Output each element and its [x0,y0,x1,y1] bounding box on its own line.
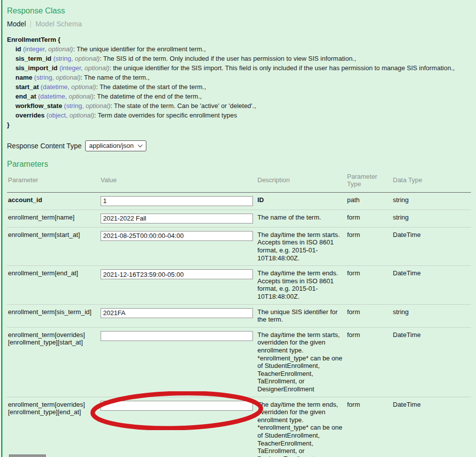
api-operation-panel: Response Class Model Model Schema Enroll… [1,0,476,457]
response-content-type-label: Response Content Type [7,142,82,150]
value-cell [100,304,256,327]
column-header-parameter-type: Parameter Type [346,172,392,192]
parameter-type: form [346,266,392,304]
model-property: workflow_state (string, optional): The s… [15,101,471,111]
parameter-description: The day/time the term starts. Accepts ti… [256,227,346,265]
value-cell [100,210,256,227]
column-header-value: Value [100,172,256,192]
response-content-type-select[interactable]: application/json [85,140,146,151]
value-input-wrap [101,401,253,411]
parameter-name: enrollment_term[end_at] [7,266,100,304]
parameters-table: Parameter Value Description Parameter Ty… [7,172,471,457]
parameter-value-input[interactable] [101,331,253,341]
parameter-type: form [346,304,392,327]
chevron-down-icon [137,142,142,147]
table-row: account_id ID path string [7,192,471,210]
value-cell [100,397,256,457]
model-property: sis_term_id (string, optional): The SIS … [15,54,471,63]
model-property: overrides (object, optional): Term date … [15,111,471,120]
data-type: DateTime [392,227,471,265]
parameter-value-input[interactable] [101,401,253,411]
value-input-wrap [101,231,253,241]
model-property: end_at (datetime, optional): The datetim… [15,92,471,101]
parameter-description: ID [256,192,346,210]
parameter-type: form [346,397,392,457]
table-row: enrollment_term[overrides][enrollment_ty… [7,397,471,457]
parameter-name: enrollment_term[overrides][enrollment_ty… [7,397,100,457]
value-cell [100,192,256,210]
parameters-title: Parameters [7,160,471,169]
value-input-wrap [101,308,253,318]
model-definition: EnrollmentTerm { id (integer, optional):… [7,35,471,129]
parameter-description: The day/time the term ends, overridden f… [256,397,346,457]
parameter-name: account_id [7,192,100,210]
parameter-type: form [346,210,392,227]
model-property: id (integer, optional): The unique ident… [15,44,471,54]
response-content-type-row: Response Content Type application/json [7,140,471,151]
model-head: EnrollmentTerm { [7,35,471,44]
table-row: enrollment_term[name] The name of the te… [7,210,471,227]
tab-divider [30,20,31,28]
data-type: DateTime [392,266,471,304]
value-cell [100,227,256,265]
parameter-description: The day/time the term starts, overridden… [256,327,346,397]
column-header-data-type: Data Type [392,172,471,192]
model-property: sis_import_id (integer, optional): the u… [15,63,471,73]
response-class-title: Response Class [7,6,471,15]
parameter-name: enrollment_term[start_at] [7,227,100,265]
parameter-type: path [346,192,392,210]
table-row: enrollment_term[end_at] The day/time the… [7,266,471,304]
value-input-wrap [101,331,253,341]
column-header-parameter: Parameter [7,172,100,192]
model-property: start_at (datetime, optional): The datet… [15,82,471,92]
data-type: DateTime [392,397,471,457]
tab-model[interactable]: Model [7,20,26,28]
selected-content-type: application/json [89,142,134,149]
parameter-name: enrollment_term[sis_term_id] [7,304,100,327]
parameter-name: enrollment_term[overrides][enrollment_ty… [7,327,100,397]
parameter-description: The name of the term. [256,210,346,227]
parameter-value-input[interactable] [101,269,253,279]
parameter-name: enrollment_term[name] [7,210,100,227]
model-properties: id (integer, optional): The unique ident… [7,44,471,120]
table-row: enrollment_term[start_at] The day/time t… [7,227,471,265]
table-row: enrollment_term[sis_term_id] The unique … [7,304,471,327]
partial-button[interactable] [9,455,46,457]
data-type: string [392,210,471,227]
column-header-description: Description [256,172,346,192]
parameter-description: The day/time the term ends. Accepts time… [256,266,346,304]
parameter-value-input[interactable] [101,214,253,224]
value-cell [100,327,256,397]
value-input-wrap [101,269,253,279]
data-type: DateTime [392,327,471,397]
value-cell [100,266,256,304]
parameter-type: form [346,227,392,265]
data-type: string [392,192,471,210]
parameter-value-input[interactable] [101,231,253,241]
parameter-type: form [346,327,392,397]
tab-model-schema[interactable]: Model Schema [35,20,82,28]
model-tabs: Model Model Schema [7,20,471,28]
data-type: string [392,304,471,327]
parameter-value-input[interactable] [101,308,253,318]
red-circle-annotation [89,391,264,430]
parameter-description: The unique SIS identifier for the term. [256,304,346,327]
table-header-row: Parameter Value Description Parameter Ty… [7,172,471,192]
parameter-value-input[interactable] [101,196,253,206]
model-property: name (string, optional): The name of the… [15,73,471,82]
model-close-brace: } [7,120,471,129]
table-row: enrollment_term[overrides][enrollment_ty… [7,327,471,397]
value-input-wrap [101,196,253,206]
value-input-wrap [101,214,253,224]
